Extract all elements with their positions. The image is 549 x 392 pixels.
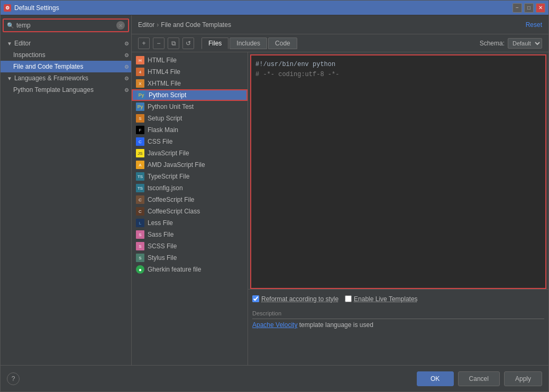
file-label-sass-file: Sass File	[148, 231, 173, 238]
file-label-stylus-file: Stylus File	[148, 254, 177, 262]
content-area: 🔍 ✕ ▼ Editor ⚙ Inspections ⚙ File a	[1, 15, 548, 365]
breadcrumb-separator: ›	[157, 21, 159, 29]
file-icon-coffeescript-file: C	[136, 195, 144, 204]
panel-header: Editor › File and Code Templates Reset	[132, 15, 548, 34]
minimize-button[interactable]: −	[513, 3, 522, 13]
footer: ? OK Cancel Apply	[1, 365, 548, 391]
file-icon-javascript-file: JS	[136, 149, 144, 157]
breadcrumb: Editor › File and Code Templates	[138, 21, 231, 29]
live-templates-label: Enable Live Templates	[354, 295, 418, 303]
ok-button[interactable]: OK	[417, 371, 454, 386]
file-icon-python-script: Py	[137, 91, 145, 99]
file-item-python-script[interactable]: Py Python Script	[132, 89, 248, 101]
cancel-button[interactable]: Cancel	[458, 371, 500, 386]
search-input[interactable]	[16, 22, 116, 29]
file-item-stylus-file[interactable]: S Stylus File	[132, 252, 248, 264]
add-template-button[interactable]: +	[138, 38, 150, 49]
file-item-flask-main[interactable]: F Flask Main	[132, 124, 248, 136]
file-label-scss-file: SCSS File	[148, 242, 177, 250]
file-icon-stylus-file: S	[136, 254, 144, 262]
live-templates-checkbox-label[interactable]: Enable Live Templates	[345, 295, 418, 303]
file-icon-css-file: C	[136, 137, 144, 146]
sidebar-item-languages-frameworks[interactable]: ▼ Languages & Frameworks ⚙	[1, 72, 131, 84]
help-button[interactable]: ?	[7, 372, 20, 385]
file-label-gherkin-feature-file: Gherkin feature file	[148, 266, 201, 273]
file-label-python-script: Python Script	[149, 91, 186, 99]
schema-area: Schema: Default	[480, 38, 542, 49]
file-label-coffeescript-file: CoffeeScript File	[148, 196, 194, 203]
apply-button[interactable]: Apply	[504, 371, 542, 386]
file-item-less-file[interactable]: L Less File	[132, 217, 248, 229]
sidebar-item-inspections[interactable]: Inspections ⚙	[1, 49, 131, 61]
remove-template-button[interactable]: −	[153, 38, 164, 49]
file-item-coffeescript-file[interactable]: C CoffeeScript File	[132, 194, 248, 206]
file-item-coffeescript-class[interactable]: C CoffeeScript Class	[132, 206, 248, 217]
tab-files[interactable]: Files	[202, 38, 228, 49]
sidebar-item-languages-frameworks-label: Languages & Frameworks	[14, 74, 88, 82]
file-item-html-file[interactable]: H HTML File	[132, 54, 248, 66]
title-bar: ⚙ Default Settings − □ ✕	[1, 1, 548, 15]
file-label-setup-script: Setup Script	[148, 115, 182, 122]
file-item-setup-script[interactable]: S Setup Script	[132, 113, 248, 124]
description-label: Description	[252, 310, 544, 316]
sidebar-item-file-code-templates[interactable]: File and Code Templates ⚙	[1, 61, 131, 72]
file-label-html4-file: HTML4 File	[148, 68, 180, 76]
restore-template-button[interactable]: ↺	[182, 38, 194, 49]
file-icon-sass-file: S	[136, 230, 144, 239]
file-item-typescript-file[interactable]: TS TypeScript File	[132, 171, 248, 182]
file-item-amd-javascript-file[interactable]: A AMD JavaScript File	[132, 159, 248, 171]
file-item-javascript-file[interactable]: JS JavaScript File	[132, 147, 248, 159]
file-icon-flask-main: F	[136, 126, 144, 134]
file-icon-setup-script: S	[136, 114, 144, 123]
search-clear-button[interactable]: ✕	[116, 21, 125, 30]
file-icon-scss-file: S	[136, 242, 144, 250]
tab-includes[interactable]: Includes	[230, 38, 267, 49]
schema-select[interactable]: Default	[508, 38, 542, 49]
settings-icon-editor: ⚙	[124, 41, 129, 46]
file-item-python-unit-test[interactable]: Py Python Unit Test	[132, 101, 248, 113]
split-container: H HTML File 4 HTML4 File X XHTML File Py…	[132, 52, 548, 365]
reset-button[interactable]: Reset	[526, 21, 542, 29]
file-icon-tsconfig-json: TS	[136, 184, 144, 192]
file-item-sass-file[interactable]: S Sass File	[132, 229, 248, 240]
main-window: ⚙ Default Settings − □ ✕ 🔍 ✕ ▼ Editor ⚙	[0, 0, 549, 392]
sidebar: 🔍 ✕ ▼ Editor ⚙ Inspections ⚙ File a	[1, 15, 132, 365]
file-item-xhtml-file[interactable]: X XHTML File	[132, 78, 248, 89]
apache-velocity-link[interactable]: Apache Velocity	[252, 321, 297, 329]
file-item-html4-file[interactable]: 4 HTML4 File	[132, 66, 248, 78]
description-rest-text: template language is used	[297, 321, 373, 329]
tab-code[interactable]: Code	[268, 38, 297, 49]
live-templates-checkbox[interactable]	[345, 295, 352, 302]
file-item-css-file[interactable]: C CSS File	[132, 136, 248, 147]
sidebar-item-file-code-templates-label: File and Code Templates	[13, 63, 84, 70]
footer-left: ?	[7, 372, 20, 385]
file-label-less-file: Less File	[148, 219, 173, 227]
breadcrumb-editor: Editor	[138, 21, 154, 29]
file-item-gherkin-feature-file[interactable]: ● Gherkin feature file	[132, 264, 248, 275]
code-line-2: # -*- coding:utf-8 -*-	[255, 70, 541, 80]
file-item-scss-file[interactable]: S SCSS File	[132, 240, 248, 252]
file-label-tsconfig-json: tsconfig.json	[148, 184, 183, 192]
reformat-label: Reformat according to style	[261, 295, 338, 303]
schema-label: Schema:	[480, 40, 505, 47]
expand-arrow-languages: ▼	[7, 76, 12, 81]
toolbar: + − ⧉ ↺ Files Includes Code Schema: Defa…	[132, 34, 548, 52]
file-icon-gherkin-feature-file: ●	[136, 265, 144, 274]
settings-icon-languages: ⚙	[124, 76, 129, 81]
reformat-checkbox-label[interactable]: Reformat according to style	[252, 295, 338, 303]
file-item-tsconfig-json[interactable]: TS tsconfig.json	[132, 182, 248, 194]
close-button[interactable]: ✕	[536, 3, 545, 13]
reformat-checkbox[interactable]	[252, 295, 259, 302]
maximize-button[interactable]: □	[524, 3, 534, 13]
settings-tree: ▼ Editor ⚙ Inspections ⚙ File and Code T…	[1, 35, 131, 365]
file-label-coffeescript-class: CoffeeScript Class	[148, 208, 200, 215]
code-editor[interactable]: #!/usr/bin/env python # -*- coding:utf-8…	[250, 54, 546, 289]
file-label-css-file: CSS File	[148, 138, 172, 145]
search-bar-container: 🔍 ✕	[3, 18, 129, 32]
sidebar-item-python-template-languages[interactable]: Python Template Languages ⚙	[1, 84, 131, 96]
code-panel: #!/usr/bin/env python # -*- coding:utf-8…	[248, 52, 548, 365]
file-label-xhtml-file: XHTML File	[148, 80, 181, 87]
copy-template-button[interactable]: ⧉	[168, 38, 179, 49]
sidebar-item-editor[interactable]: ▼ Editor ⚙	[1, 38, 131, 49]
options-bar: Reformat according to style Enable Live …	[248, 289, 548, 308]
